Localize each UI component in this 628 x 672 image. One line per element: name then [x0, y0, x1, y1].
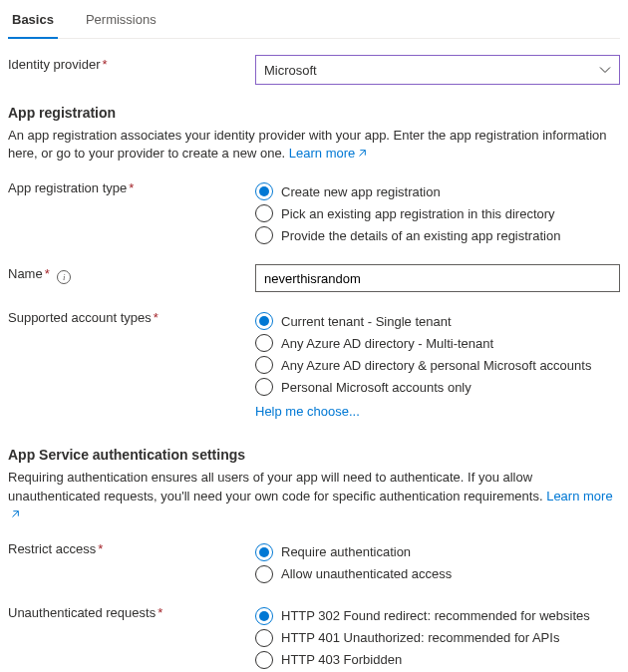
radio-icon: [255, 565, 273, 583]
info-icon[interactable]: i: [57, 270, 71, 284]
identity-provider-value: Microsoft: [264, 63, 317, 78]
required-indicator: *: [103, 57, 108, 72]
radio-any-azure-ad-personal[interactable]: Any Azure AD directory & personal Micros…: [255, 356, 620, 374]
required-indicator: *: [154, 310, 158, 325]
external-link-icon: [10, 509, 20, 519]
supported-account-types-label: Supported account types: [8, 310, 152, 325]
name-input[interactable]: [255, 264, 620, 292]
app-registration-type-label: App registration type: [8, 180, 127, 195]
radio-icon: [255, 182, 273, 200]
radio-icon: [255, 629, 273, 647]
radio-current-tenant[interactable]: Current tenant - Single tenant: [255, 312, 620, 330]
identity-provider-label: Identity provider: [8, 57, 101, 72]
required-indicator: *: [45, 266, 50, 281]
radio-icon: [255, 204, 273, 222]
auth-settings-heading: App Service authentication settings: [8, 447, 620, 463]
app-registration-description: An app registration associates your iden…: [8, 127, 620, 163]
radio-icon: [255, 356, 273, 374]
radio-icon: [255, 543, 273, 561]
help-me-choose-link[interactable]: Help me choose...: [255, 404, 620, 419]
name-label: Name: [8, 266, 43, 281]
radio-http-401[interactable]: HTTP 401 Unauthorized: recommended for A…: [255, 629, 620, 647]
radio-allow-unauthenticated[interactable]: Allow unauthenticated access: [255, 565, 620, 583]
radio-icon: [255, 226, 273, 244]
radio-icon: [255, 378, 273, 396]
tabs: Basics Permissions: [8, 6, 620, 39]
tab-permissions[interactable]: Permissions: [82, 6, 160, 38]
radio-any-azure-ad-multi[interactable]: Any Azure AD directory - Multi-tenant: [255, 334, 620, 352]
radio-http-403[interactable]: HTTP 403 Forbidden: [255, 651, 620, 669]
radio-create-new-app-registration[interactable]: Create new app registration: [255, 182, 620, 200]
identity-provider-dropdown[interactable]: Microsoft: [255, 55, 620, 85]
app-registration-heading: App registration: [8, 105, 620, 121]
radio-provide-details-app-registration[interactable]: Provide the details of an existing app r…: [255, 226, 620, 244]
required-indicator: *: [98, 541, 103, 556]
auth-settings-description: Requiring authentication ensures all use…: [8, 469, 620, 523]
external-link-icon: [357, 149, 367, 159]
radio-icon: [255, 607, 273, 625]
radio-icon: [255, 312, 273, 330]
radio-icon: [255, 651, 273, 669]
radio-require-authentication[interactable]: Require authentication: [255, 543, 620, 561]
restrict-access-label: Restrict access: [8, 541, 96, 556]
learn-more-link[interactable]: Learn more: [289, 146, 367, 161]
required-indicator: *: [157, 605, 162, 620]
tab-basics[interactable]: Basics: [8, 6, 58, 39]
required-indicator: *: [129, 180, 134, 195]
radio-http-302[interactable]: HTTP 302 Found redirect: recommended for…: [255, 607, 620, 625]
radio-pick-existing-app-registration[interactable]: Pick an existing app registration in thi…: [255, 204, 620, 222]
unauthenticated-requests-label: Unauthenticated requests: [8, 605, 156, 620]
radio-icon: [255, 334, 273, 352]
chevron-down-icon: [599, 64, 611, 76]
radio-personal-ms-only[interactable]: Personal Microsoft accounts only: [255, 378, 620, 396]
